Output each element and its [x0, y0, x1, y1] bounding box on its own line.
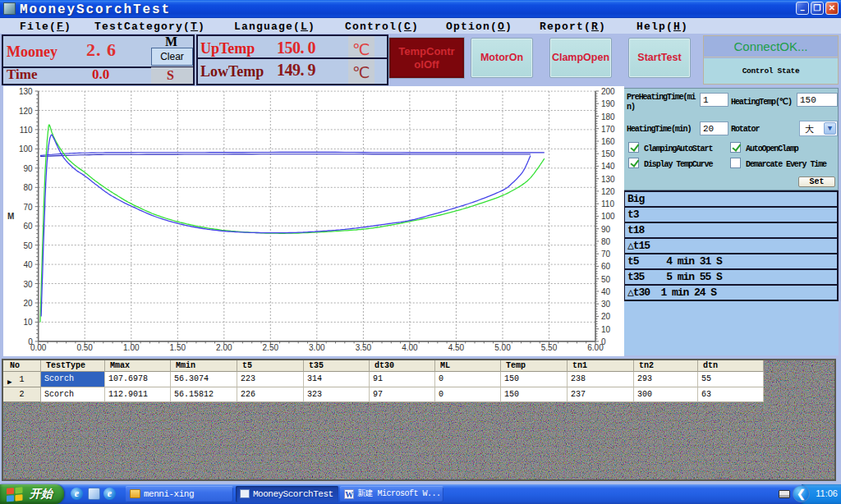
svg-text:2.00: 2.00 — [216, 343, 232, 352]
svg-text:40: 40 — [24, 260, 34, 269]
svg-text:50: 50 — [24, 241, 34, 250]
svg-text:0.00: 0.00 — [30, 343, 47, 352]
svg-text:80: 80 — [24, 183, 34, 192]
svg-text:60: 60 — [24, 222, 34, 231]
svg-text:30: 30 — [24, 280, 34, 289]
svg-text:10: 10 — [24, 318, 34, 327]
svg-text:140: 140 — [601, 162, 615, 171]
svg-text:1.00: 1.00 — [123, 343, 140, 352]
svg-text:5.00: 5.00 — [494, 343, 511, 352]
svg-text:110: 110 — [20, 126, 33, 135]
svg-text:70: 70 — [601, 250, 611, 259]
svg-text:20: 20 — [601, 312, 611, 321]
svg-text:90: 90 — [601, 225, 611, 234]
svg-text:130: 130 — [19, 87, 33, 96]
svg-text:160: 160 — [601, 137, 615, 146]
svg-text:100: 100 — [19, 144, 33, 153]
svg-text:20: 20 — [24, 299, 34, 308]
svg-text:40: 40 — [601, 287, 611, 296]
svg-text:100: 100 — [601, 212, 615, 221]
svg-text:60: 60 — [601, 262, 611, 271]
svg-text:4.50: 4.50 — [448, 343, 465, 352]
svg-text:120: 120 — [19, 107, 33, 116]
svg-text:4.00: 4.00 — [402, 343, 418, 352]
svg-text:130: 130 — [601, 175, 615, 184]
svg-text:M: M — [7, 212, 14, 221]
svg-text:90: 90 — [24, 164, 34, 173]
svg-text:170: 170 — [601, 125, 615, 134]
svg-text:200: 200 — [601, 87, 615, 96]
svg-text:110: 110 — [601, 199, 614, 208]
svg-text:10: 10 — [601, 325, 611, 334]
svg-text:2.50: 2.50 — [263, 343, 279, 352]
svg-text:190: 190 — [601, 99, 615, 108]
svg-text:0.50: 0.50 — [76, 343, 93, 352]
svg-text:1.50: 1.50 — [170, 343, 186, 352]
svg-text:3.00: 3.00 — [309, 343, 325, 352]
svg-text:120: 120 — [601, 187, 615, 196]
svg-text:70: 70 — [24, 203, 34, 212]
svg-text:3.50: 3.50 — [356, 343, 372, 352]
svg-text:180: 180 — [601, 112, 615, 121]
svg-text:30: 30 — [601, 300, 611, 309]
svg-text:6.00: 6.00 — [587, 343, 604, 352]
svg-text:80: 80 — [601, 237, 611, 246]
svg-text:50: 50 — [601, 275, 611, 284]
svg-text:150: 150 — [601, 149, 615, 158]
svg-text:5.50: 5.50 — [541, 343, 558, 352]
